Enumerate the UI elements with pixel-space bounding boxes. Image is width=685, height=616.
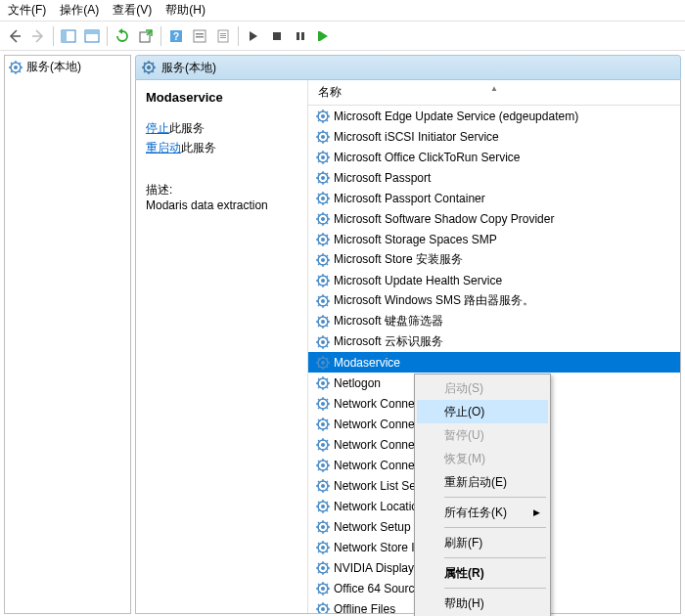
gear-icon (316, 500, 330, 513)
stop-icon[interactable] (266, 25, 288, 47)
service-row[interactable]: Microsoft Office ClickToRun Service (308, 147, 680, 167)
svg-point-45 (321, 340, 325, 344)
svg-point-37 (321, 258, 325, 262)
panel1-icon[interactable] (58, 25, 79, 47)
svg-rect-14 (273, 32, 281, 40)
gear-icon (316, 397, 330, 411)
service-name: Microsoft Edge Update Service (edgeupdat… (334, 110, 578, 123)
stop-link[interactable]: 停止 (146, 121, 169, 135)
svg-rect-11 (220, 33, 226, 34)
svg-point-19 (14, 66, 18, 69)
gear-icon (316, 151, 330, 164)
menu-help[interactable]: 帮助(H) (161, 0, 215, 21)
panel2-icon[interactable] (81, 25, 103, 47)
play-icon[interactable] (243, 25, 264, 47)
service-name: Microsoft Windows SMS 路由器服务。 (334, 292, 534, 309)
service-name: Modaservice (334, 356, 400, 370)
restart-link[interactable]: 重启动 (146, 141, 181, 154)
service-row[interactable]: Microsoft Store 安装服务 (308, 249, 680, 270)
service-name: Microsoft Passport Container (334, 192, 485, 205)
ctx-properties[interactable]: 属性(R) (417, 561, 548, 585)
service-name: Microsoft Storage Spaces SMP (334, 233, 497, 246)
ctx-restart[interactable]: 重新启动(E) (417, 470, 548, 494)
gear-icon (316, 602, 330, 614)
chevron-right-icon: ▶ (533, 507, 540, 517)
gear-icon (316, 171, 330, 185)
service-name: Offline Files (334, 602, 395, 614)
export-icon[interactable] (135, 25, 157, 47)
svg-point-47 (321, 361, 325, 365)
gear-icon (316, 130, 330, 144)
gear-icon (316, 233, 330, 246)
svg-point-69 (321, 587, 325, 591)
svg-rect-9 (196, 36, 204, 38)
gear-icon (316, 315, 330, 329)
help-icon[interactable]: ? (165, 25, 187, 47)
service-row[interactable]: Microsoft Update Health Service (308, 270, 680, 290)
svg-point-27 (321, 155, 325, 159)
gear-icon (316, 294, 330, 308)
gear-icon (316, 418, 330, 431)
service-row[interactable]: Microsoft 键盘筛选器 (308, 311, 680, 331)
svg-point-51 (321, 402, 325, 406)
svg-rect-3 (85, 30, 99, 34)
back-button[interactable] (4, 25, 25, 47)
service-row[interactable]: Microsoft Storage Spaces SMP (308, 229, 680, 249)
properties-icon[interactable] (189, 25, 210, 47)
service-row[interactable]: Microsoft Windows SMS 路由器服务。 (308, 290, 680, 311)
main-area: 服务(本地) 服务(本地) Modaservice 停止此服务 重启动此服务 描… (0, 51, 685, 616)
svg-text:?: ? (173, 31, 179, 42)
detail-panel: Modaservice 停止此服务 重启动此服务 描述: Modaris dat… (136, 80, 308, 613)
gear-icon (316, 335, 330, 349)
service-row[interactable]: Microsoft Passport (308, 167, 680, 188)
svg-rect-17 (318, 31, 320, 41)
svg-rect-12 (220, 35, 226, 36)
svg-point-23 (321, 114, 325, 118)
restart-icon[interactable] (313, 25, 335, 47)
ctx-all-tasks[interactable]: 所有任务(K)▶ (417, 501, 548, 524)
svg-point-43 (321, 320, 325, 324)
ctx-refresh[interactable]: 刷新(F) (417, 531, 548, 554)
menu-view[interactable]: 查看(V) (109, 0, 161, 21)
svg-point-59 (321, 484, 325, 488)
context-menu: 启动(S) 停止(O) 暂停(U) 恢复(M) 重新启动(E) 所有任务(K)▶… (414, 374, 551, 616)
menu-file[interactable]: 文件(F) (4, 0, 56, 21)
svg-point-21 (147, 66, 151, 69)
service-row[interactable]: Microsoft iSCSI Initiator Service (308, 126, 680, 147)
service-row[interactable]: Modaservice (308, 352, 680, 373)
gear-icon (316, 376, 330, 390)
refresh-icon[interactable] (112, 25, 133, 47)
ctx-stop[interactable]: 停止(O) (417, 400, 548, 423)
svg-point-55 (321, 443, 325, 447)
gear-icon (142, 61, 156, 74)
pause-icon[interactable] (290, 25, 311, 47)
svg-point-25 (321, 135, 325, 139)
right-header: 服务(本地) (135, 55, 681, 80)
service-row[interactable]: Microsoft 云标识服务 (308, 331, 680, 352)
svg-point-29 (321, 176, 325, 180)
gear-icon (316, 582, 330, 595)
forward-button[interactable] (27, 25, 49, 47)
description-label: 描述: (146, 182, 297, 198)
column-header-name[interactable]: 名称 ▲ (308, 80, 680, 106)
menubar: 文件(F) 操作(A) 查看(V) 帮助(H) (0, 0, 685, 22)
gear-icon (316, 212, 330, 226)
tree-panel: 服务(本地) (4, 55, 131, 614)
doc-icon[interactable] (212, 25, 234, 47)
gear-icon (316, 192, 330, 205)
svg-rect-16 (301, 32, 304, 40)
sort-asc-icon: ▲ (490, 84, 498, 93)
service-row[interactable]: Microsoft Passport Container (308, 188, 680, 208)
gear-icon (316, 520, 330, 534)
ctx-help[interactable]: 帮助(H) (417, 592, 548, 615)
service-name: Microsoft 键盘筛选器 (334, 313, 443, 330)
gear-icon (316, 274, 330, 287)
service-row[interactable]: Microsoft Software Shadow Copy Provider (308, 208, 680, 229)
tree-root-item[interactable]: 服务(本地) (7, 58, 128, 76)
menu-action[interactable]: 操作(A) (56, 0, 109, 21)
svg-point-63 (321, 525, 325, 529)
gear-icon (316, 438, 330, 452)
service-row[interactable]: Microsoft Edge Update Service (edgeupdat… (308, 106, 680, 126)
svg-point-33 (321, 217, 325, 221)
svg-point-35 (321, 238, 325, 242)
